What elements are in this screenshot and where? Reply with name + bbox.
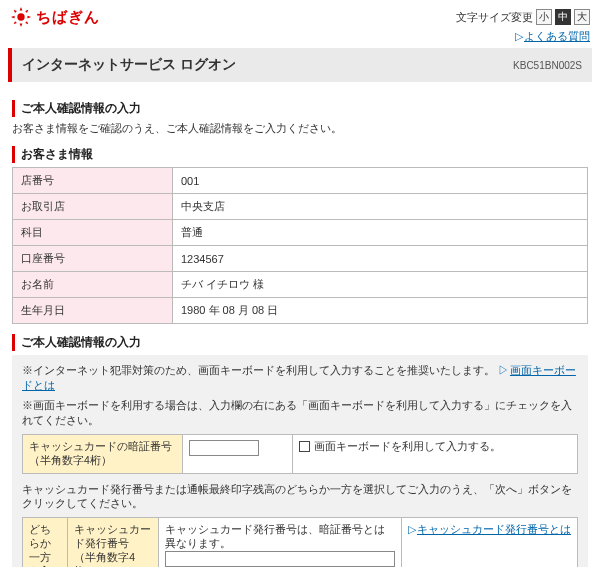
pin-input-cell	[183, 434, 293, 473]
table-row: お名前チバ イチロウ 様	[13, 272, 588, 298]
row-value: 1980 年 08 月 08 日	[173, 298, 588, 324]
issue-no-desc: キャッシュカード発行番号は、暗証番号とは異なります。	[165, 523, 385, 549]
font-size-large-button[interactable]: 大	[574, 9, 590, 25]
page-title: インターネットサービス ログオン	[22, 56, 236, 74]
row-value: チバ イチロウ 様	[173, 272, 588, 298]
verify-block: ※インターネット犯罪対策のため、画面キーボードを利用して入力することを推奨いたし…	[12, 355, 588, 567]
table-row: 科目普通	[13, 220, 588, 246]
issue-no-note: （半角数字4桁）	[74, 551, 135, 567]
row-label: 口座番号	[13, 246, 173, 272]
faq-link[interactable]: よくある質問	[524, 30, 590, 42]
font-size-control: 文字サイズ変更 小 中 大	[456, 9, 590, 25]
table-row: 店番号001	[13, 168, 588, 194]
sun-logo-icon	[10, 6, 32, 28]
font-size-small-button[interactable]: 小	[536, 9, 552, 25]
table-row: お取引店中央支店	[13, 194, 588, 220]
section-heading-customer: お客さま情報	[12, 146, 588, 163]
issue-no-help-cell: ▷キャッシュカード発行番号とは	[401, 518, 577, 567]
svg-point-0	[17, 13, 24, 20]
bank-name: ちばぎん	[36, 8, 100, 27]
row-value: 001	[173, 168, 588, 194]
section-caption: お客さま情報をご確認のうえ、ご本人確認情報をご入力ください。	[12, 121, 588, 136]
pin-table: キャッシュカードの暗証番号 （半角数字4桁） 画面キーボードを利用して入力する。	[22, 434, 578, 474]
section-heading-verify: ご本人確認情報の入力	[12, 334, 588, 351]
section-heading-verify-top: ご本人確認情報の入力	[12, 100, 588, 117]
font-size-label: 文字サイズ変更	[456, 10, 533, 25]
row-value: 中央支店	[173, 194, 588, 220]
either-instruction: キャッシュカード発行番号または通帳最終印字残高のどちらか一方を選択してご入力のう…	[22, 482, 578, 511]
issue-no-value-cell: キャッシュカード発行番号は、暗証番号とは異なります。	[158, 518, 401, 567]
customer-info-table: 店番号001 お取引店中央支店 科目普通 口座番号1234567 お名前チバ イ…	[12, 167, 588, 324]
screen-id: KBC51BN002S	[513, 60, 582, 71]
screen-keyboard-checkbox-label: 画面キーボードを利用して入力する。	[314, 440, 501, 454]
row-label: お名前	[13, 272, 173, 298]
table-row: 口座番号1234567	[13, 246, 588, 272]
either-input-table: どちらか一方を入力 キャッシュカード発行番号 （半角数字4桁） キャッシュカード…	[22, 517, 578, 567]
row-value: 普通	[173, 220, 588, 246]
row-label: 科目	[13, 220, 173, 246]
screen-keyboard-checkbox-cell: 画面キーボードを利用して入力する。	[293, 434, 578, 473]
row-label: 生年月日	[13, 298, 173, 324]
bank-logo: ちばぎん	[10, 6, 100, 28]
issue-no-label-cell: キャッシュカード発行番号 （半角数字4桁）	[68, 518, 159, 567]
row-label: お取引店	[13, 194, 173, 220]
arrow-icon: ▷	[408, 523, 416, 535]
either-label-cell: どちらか一方を入力	[23, 518, 68, 567]
screen-keyboard-checkbox[interactable]: 画面キーボードを利用して入力する。	[299, 440, 571, 454]
row-value: 1234567	[173, 246, 588, 272]
instruction-2: ※画面キーボードを利用する場合は、入力欄の右にある「画面キーボードを利用して入力…	[22, 398, 578, 427]
table-row: 生年月日1980 年 08 月 08 日	[13, 298, 588, 324]
checkbox-icon	[299, 441, 310, 452]
pin-note: （半角数字4桁）	[29, 454, 112, 466]
arrow-icon: ▷	[498, 364, 509, 376]
row-label: 店番号	[13, 168, 173, 194]
issue-no-help-link[interactable]: キャッシュカード発行番号とは	[417, 523, 571, 535]
instruction-1-text: ※インターネット犯罪対策のため、画面キーボードを利用して入力することを推奨いたし…	[22, 364, 498, 376]
instruction-1: ※インターネット犯罪対策のため、画面キーボードを利用して入力することを推奨いたし…	[22, 363, 578, 392]
arrow-icon: ▷	[515, 30, 523, 42]
issue-no-label: キャッシュカード発行番号	[74, 523, 151, 549]
pin-label: キャッシュカードの暗証番号	[29, 440, 172, 452]
pin-input[interactable]	[189, 440, 259, 456]
issue-no-input[interactable]	[165, 551, 395, 567]
font-size-medium-button[interactable]: 中	[555, 9, 571, 25]
page-title-bar: インターネットサービス ログオン KBC51BN002S	[8, 48, 592, 82]
pin-label-cell: キャッシュカードの暗証番号 （半角数字4桁）	[23, 434, 183, 473]
